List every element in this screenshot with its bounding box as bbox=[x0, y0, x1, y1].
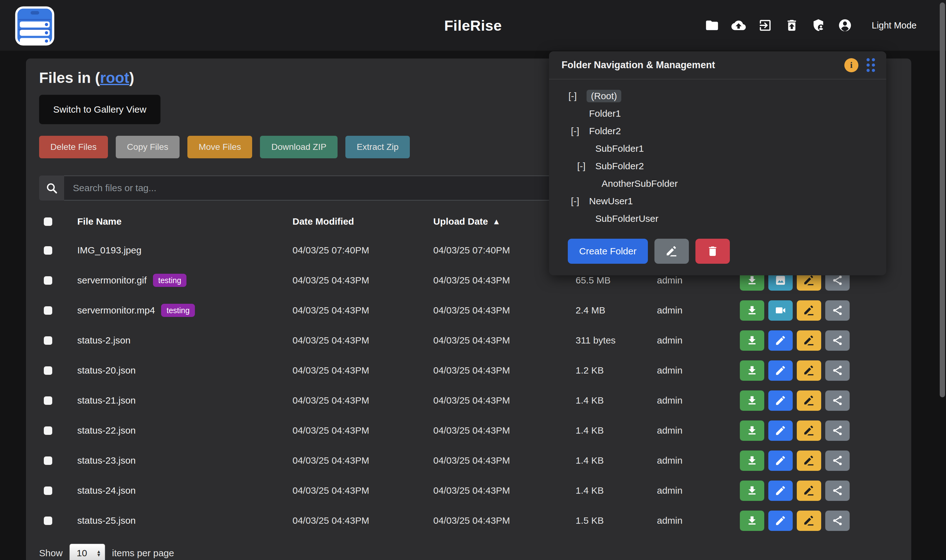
file-row: status-23.json04/03/25 04:43PM04/03/25 0… bbox=[39, 446, 898, 475]
folder-tree-item-subfolder2[interactable]: [-]SubFolder2 bbox=[549, 157, 886, 175]
collapse-toggle[interactable]: [-] bbox=[571, 126, 579, 136]
create-folder-button[interactable]: Create Folder bbox=[568, 239, 648, 264]
logout-icon[interactable] bbox=[758, 18, 772, 32]
page-scrollbar-thumb[interactable] bbox=[940, 3, 945, 397]
row-checkbox[interactable] bbox=[44, 517, 52, 525]
row-checkbox[interactable] bbox=[44, 336, 52, 345]
collapse-toggle[interactable]: [-] bbox=[577, 161, 586, 171]
download-button[interactable] bbox=[740, 420, 764, 441]
file-row: status-22.json04/03/25 04:43PM04/03/25 0… bbox=[39, 415, 898, 446]
download-button[interactable] bbox=[740, 300, 764, 321]
edit-button[interactable] bbox=[768, 511, 793, 531]
uploader: admin bbox=[657, 355, 683, 385]
file-name[interactable]: status-22.json bbox=[77, 425, 136, 436]
folder-tree-item-root[interactable]: [-](Root) bbox=[549, 87, 886, 105]
column-header-date-modified[interactable]: Date Modified bbox=[292, 208, 354, 235]
rename-button[interactable] bbox=[797, 300, 821, 321]
download-zip-button[interactable]: Download ZIP bbox=[260, 136, 338, 158]
collapse-toggle[interactable]: [-] bbox=[571, 196, 579, 206]
download-button[interactable] bbox=[740, 480, 764, 501]
rename-button[interactable] bbox=[797, 511, 821, 531]
file-name[interactable]: status-23.json bbox=[77, 455, 136, 466]
download-button[interactable] bbox=[740, 360, 764, 381]
share-button[interactable] bbox=[825, 511, 850, 531]
admin-shield-icon[interactable] bbox=[811, 18, 826, 32]
folder-icon[interactable] bbox=[705, 18, 719, 32]
extract-zip-button[interactable]: Extract Zip bbox=[345, 136, 410, 158]
rename-folder-button[interactable] bbox=[654, 239, 689, 264]
drag-handle-icon[interactable] bbox=[866, 58, 875, 72]
share-button[interactable] bbox=[825, 451, 850, 471]
download-button[interactable] bbox=[740, 330, 764, 351]
rename-button[interactable] bbox=[797, 480, 821, 501]
edit-button[interactable] bbox=[768, 480, 793, 501]
edit-button[interactable] bbox=[768, 391, 793, 411]
row-checkbox[interactable] bbox=[44, 457, 52, 465]
share-button[interactable] bbox=[825, 300, 850, 321]
copy-files-button[interactable]: Copy Files bbox=[116, 136, 180, 158]
rename-button[interactable] bbox=[797, 451, 821, 471]
upload-date: 04/03/25 04:43PM bbox=[433, 446, 510, 475]
cloud-upload-icon[interactable] bbox=[731, 18, 746, 32]
share-button[interactable] bbox=[825, 420, 850, 441]
delete-files-button[interactable]: Delete Files bbox=[39, 136, 108, 158]
switch-gallery-view-button[interactable]: Switch to Gallery View bbox=[39, 95, 160, 124]
edit-button[interactable] bbox=[768, 451, 793, 471]
share-button[interactable] bbox=[825, 480, 850, 501]
delete-folder-button[interactable] bbox=[695, 239, 730, 264]
move-files-button[interactable]: Move Files bbox=[188, 136, 252, 158]
account-icon[interactable] bbox=[838, 18, 852, 32]
folder-label: Folder1 bbox=[589, 108, 621, 119]
edit-button[interactable] bbox=[768, 420, 793, 441]
search-input[interactable] bbox=[64, 175, 580, 200]
folder-panel-header: Folder Navigation & Management i bbox=[549, 51, 886, 80]
row-checkbox[interactable] bbox=[44, 306, 52, 315]
rename-button[interactable] bbox=[797, 360, 821, 381]
share-button[interactable] bbox=[825, 360, 850, 381]
column-header-file-name[interactable]: File Name bbox=[77, 208, 122, 235]
download-button[interactable] bbox=[740, 451, 764, 471]
row-checkbox[interactable] bbox=[44, 426, 52, 435]
row-checkbox[interactable] bbox=[44, 276, 52, 285]
row-checkbox[interactable] bbox=[44, 486, 52, 495]
root-folder-link[interactable]: root bbox=[100, 69, 129, 86]
file-name[interactable]: status-2.json bbox=[77, 335, 131, 346]
row-checkbox[interactable] bbox=[44, 396, 52, 405]
file-name[interactable]: IMG_0193.jpeg bbox=[77, 245, 142, 255]
preview-video-button[interactable] bbox=[768, 300, 793, 321]
rename-button[interactable] bbox=[797, 420, 821, 441]
search-button[interactable] bbox=[39, 175, 64, 200]
theme-toggle[interactable]: Light Mode bbox=[872, 20, 917, 31]
restore-trash-icon[interactable] bbox=[784, 18, 799, 32]
row-checkbox[interactable] bbox=[44, 246, 52, 255]
folder-tree-item-folder1[interactable]: Folder1 bbox=[549, 105, 886, 122]
file-name[interactable]: servermonitor.mp4 bbox=[77, 305, 155, 316]
folder-tree-item-subfolderuser[interactable]: SubFolderUser bbox=[549, 210, 886, 228]
download-button[interactable] bbox=[740, 511, 764, 531]
file-name[interactable]: status-21.json bbox=[77, 395, 136, 406]
share-button[interactable] bbox=[825, 330, 850, 351]
edit-button[interactable] bbox=[768, 360, 793, 381]
rename-button[interactable] bbox=[797, 330, 821, 351]
row-checkbox[interactable] bbox=[44, 366, 52, 375]
file-name[interactable]: servermonitor.gif bbox=[77, 275, 147, 286]
column-header-upload-date[interactable]: Upload Date▲ bbox=[433, 208, 500, 235]
info-icon[interactable]: i bbox=[844, 58, 858, 72]
download-button[interactable] bbox=[740, 391, 764, 411]
select-all-checkbox[interactable] bbox=[44, 217, 52, 226]
collapse-toggle[interactable]: [-] bbox=[568, 91, 577, 102]
folder-tree-item-anothersubfolder[interactable]: AnotherSubFolder bbox=[549, 175, 886, 192]
file-name[interactable]: status-20.json bbox=[77, 365, 136, 376]
rename-button[interactable] bbox=[797, 391, 821, 411]
folder-tree-item-subfolder1[interactable]: SubFolder1 bbox=[549, 140, 886, 157]
folder-tree-item-folder2[interactable]: [-]Folder2 bbox=[549, 122, 886, 140]
file-name[interactable]: status-24.json bbox=[77, 485, 136, 496]
title-prefix: Files in ( bbox=[39, 69, 100, 86]
folder-tree-item-newuser1[interactable]: [-]NewUser1 bbox=[549, 192, 886, 210]
date-modified: 04/03/25 04:43PM bbox=[292, 385, 369, 415]
file-name[interactable]: status-25.json bbox=[77, 515, 136, 526]
date-modified: 04/03/25 04:43PM bbox=[292, 475, 369, 506]
share-button[interactable] bbox=[825, 391, 850, 411]
items-per-page-select[interactable]: 10 ▲▼ bbox=[69, 544, 105, 560]
edit-button[interactable] bbox=[768, 330, 793, 351]
